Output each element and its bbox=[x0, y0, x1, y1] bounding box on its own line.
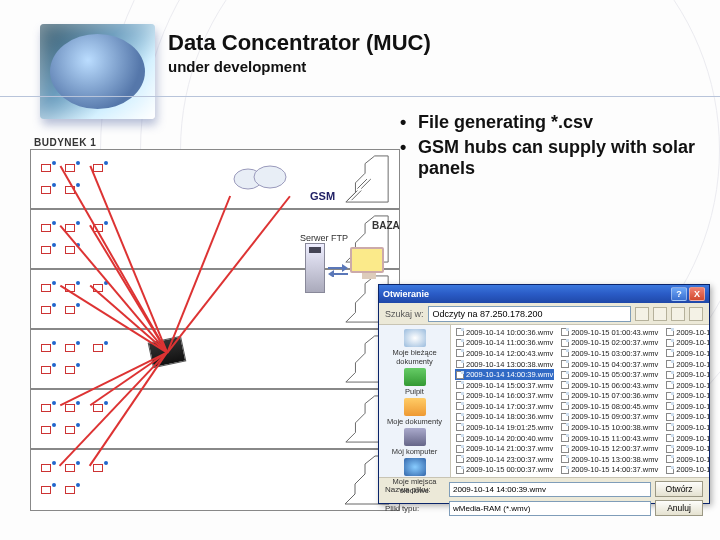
slide-title: Data Concentrator (MUC) bbox=[168, 30, 431, 56]
file-item[interactable]: 2009-10-15 16:00:42.wr bbox=[665, 327, 709, 338]
file-list[interactable]: 2009-10-14 10:00:36.wmv2009-10-14 11:00:… bbox=[451, 325, 709, 477]
file-item[interactable]: 2009-10-14 20:00:40.wmv bbox=[455, 433, 554, 444]
meter-unit-icon bbox=[93, 404, 105, 414]
meter-unit-icon bbox=[41, 306, 53, 316]
file-item[interactable]: 2009-10-14 21:00:37.wmv bbox=[455, 443, 554, 454]
file-item[interactable]: 2009-10-16 04:00:36.wr bbox=[665, 454, 709, 465]
file-item[interactable]: 2009-10-15 18:00:37.wr bbox=[665, 348, 709, 359]
file-icon bbox=[561, 339, 569, 347]
file-icon bbox=[666, 339, 674, 347]
file-item[interactable]: 2009-10-15 05:00:37.wmv bbox=[560, 369, 659, 380]
open-button[interactable]: Otwórz bbox=[655, 481, 703, 497]
sync-arrows-icon bbox=[328, 263, 348, 277]
file-icon bbox=[666, 445, 674, 453]
lookin-label: Szukaj w: bbox=[385, 309, 424, 319]
help-button[interactable]: ? bbox=[671, 287, 687, 301]
file-icon bbox=[456, 455, 464, 463]
folder-name: Odczyty na 87.250.178.200 bbox=[433, 309, 543, 319]
bullet-item: GSM hubs can supply with solar panels bbox=[400, 137, 700, 179]
file-item[interactable]: 2009-10-14 16:00:37.wmv bbox=[455, 390, 554, 401]
file-item[interactable]: 2009-10-15 17:00:37.wr bbox=[665, 338, 709, 349]
file-icon bbox=[561, 466, 569, 474]
filetype-combo[interactable]: wMedia-RAM (*.wmv) bbox=[449, 501, 651, 516]
file-item[interactable]: 2009-10-14 14:00:39.wmv bbox=[455, 369, 554, 380]
file-icon bbox=[666, 328, 674, 336]
divider bbox=[0, 96, 720, 97]
folder-combo[interactable]: Odczyty na 87.250.178.200 bbox=[428, 306, 631, 322]
meter-unit-icon bbox=[65, 164, 77, 174]
meter-unit-icon bbox=[41, 284, 53, 294]
baza-label: BAZA bbox=[372, 220, 400, 231]
bullet-item: File generating *.csv bbox=[400, 112, 700, 133]
file-icon bbox=[456, 360, 464, 368]
file-item[interactable]: 2009-10-15 09:00:37.wmv bbox=[560, 412, 659, 423]
dialog-titlebar[interactable]: Otwieranie ? X bbox=[379, 285, 709, 303]
file-item[interactable]: 2009-10-15 02:00:37.wmv bbox=[560, 338, 659, 349]
file-item[interactable]: 2009-10-15 11:00:43.wmv bbox=[560, 433, 659, 444]
meter-unit-icon bbox=[65, 404, 77, 414]
file-icon bbox=[456, 349, 464, 357]
slide-subtitle: under development bbox=[168, 58, 431, 75]
file-item[interactable]: 2009-10-16 01:00:37.wr bbox=[665, 422, 709, 433]
svg-point-1 bbox=[254, 166, 286, 188]
server-icon bbox=[305, 243, 325, 293]
viewmenu-icon[interactable] bbox=[689, 307, 703, 321]
place-desktop[interactable]: Pulpit bbox=[385, 368, 445, 396]
file-icon bbox=[456, 445, 464, 453]
place-recent[interactable]: Moje bieżące dokumenty bbox=[385, 329, 445, 366]
file-icon bbox=[561, 455, 569, 463]
file-item[interactable]: 2009-10-15 23:00:37.wr bbox=[665, 401, 709, 412]
file-item[interactable]: 2009-10-15 03:00:37.wmv bbox=[560, 348, 659, 359]
up-icon[interactable] bbox=[653, 307, 667, 321]
file-item[interactable]: 2009-10-15 20:00:37.wr bbox=[665, 369, 709, 380]
file-item[interactable]: 2009-10-15 19:00:3.wr bbox=[665, 359, 709, 370]
file-item[interactable]: 2009-10-14 23:00:37.wmv bbox=[455, 454, 554, 465]
file-item[interactable]: 2009-10-14 10:00:36.wmv bbox=[455, 327, 554, 338]
file-item[interactable]: 2009-10-15 21:00:41.wr bbox=[665, 380, 709, 391]
file-icon bbox=[561, 413, 569, 421]
file-item[interactable]: 2009-10-14 13:00:38.wmv bbox=[455, 359, 554, 370]
cancel-button[interactable]: Anuluj bbox=[655, 500, 703, 516]
file-icon bbox=[561, 328, 569, 336]
file-item[interactable]: 2009-10-15 04:00:37.wmv bbox=[560, 359, 659, 370]
file-item[interactable]: 2009-10-15 08:00:45.wmv bbox=[560, 401, 659, 412]
meter-unit-icon bbox=[93, 164, 105, 174]
file-item[interactable]: 2009-10-15 10:00:38.wmv bbox=[560, 422, 659, 433]
file-item[interactable]: 2009-10-16 05:00:37.wr bbox=[665, 465, 709, 476]
file-icon bbox=[456, 381, 464, 389]
meter-unit-icon bbox=[41, 164, 53, 174]
file-item[interactable]: 2009-10-14 15:00:37.wmv bbox=[455, 380, 554, 391]
file-item[interactable]: 2009-10-15 06:00:43.wmv bbox=[560, 380, 659, 391]
meter-unit-icon bbox=[41, 486, 53, 496]
file-item[interactable]: 2009-10-15 01:00:43.wmv bbox=[560, 327, 659, 338]
file-item[interactable]: 2009-10-15 12:00:37.wmv bbox=[560, 443, 659, 454]
file-item[interactable]: 2009-10-15 00:00:37.wmv bbox=[455, 465, 554, 476]
newfolder-icon[interactable] bbox=[671, 307, 685, 321]
file-icon bbox=[666, 381, 674, 389]
file-item[interactable]: 2009-10-14 11:00:36.wmv bbox=[455, 338, 554, 349]
meter-unit-icon bbox=[65, 486, 77, 496]
file-icon bbox=[666, 349, 674, 357]
file-item[interactable]: 2009-10-14 19:01:25.wmv bbox=[455, 422, 554, 433]
file-item[interactable]: 2009-10-14 12:00:43.wmv bbox=[455, 348, 554, 359]
file-icon bbox=[561, 392, 569, 400]
file-icon bbox=[456, 466, 464, 474]
meter-unit-icon bbox=[41, 426, 53, 436]
file-item[interactable]: 2009-10-16 02:00:42.wr bbox=[665, 433, 709, 444]
place-documents[interactable]: Moje dokumenty bbox=[385, 398, 445, 426]
system-diagram: BUDYNEK 1 GSM BAZA Serwer FTP bbox=[30, 135, 400, 515]
file-item[interactable]: 2009-10-15 14:00:37.wmv bbox=[560, 465, 659, 476]
file-item[interactable]: 2009-10-16 03:00:36.wr bbox=[665, 443, 709, 454]
filename-input[interactable]: 2009-10-14 14:00:39.wmv bbox=[449, 482, 651, 497]
place-computer[interactable]: Mój komputer bbox=[385, 428, 445, 456]
file-item[interactable]: 2009-10-14 18:00:36.wmv bbox=[455, 412, 554, 423]
file-item[interactable]: 2009-10-15 13:00:38.wmv bbox=[560, 454, 659, 465]
close-button[interactable]: X bbox=[689, 287, 705, 301]
meter-unit-icon bbox=[41, 246, 53, 256]
back-icon[interactable] bbox=[635, 307, 649, 321]
file-item[interactable]: 2009-10-15 22:00:37.wr bbox=[665, 390, 709, 401]
file-item[interactable]: 2009-10-15 07:00:36.wmv bbox=[560, 390, 659, 401]
file-item[interactable]: 2009-10-14 17:00:37.wmv bbox=[455, 401, 554, 412]
file-icon bbox=[666, 392, 674, 400]
file-item[interactable]: 2009-10-16 00:00:38.wr bbox=[665, 412, 709, 423]
